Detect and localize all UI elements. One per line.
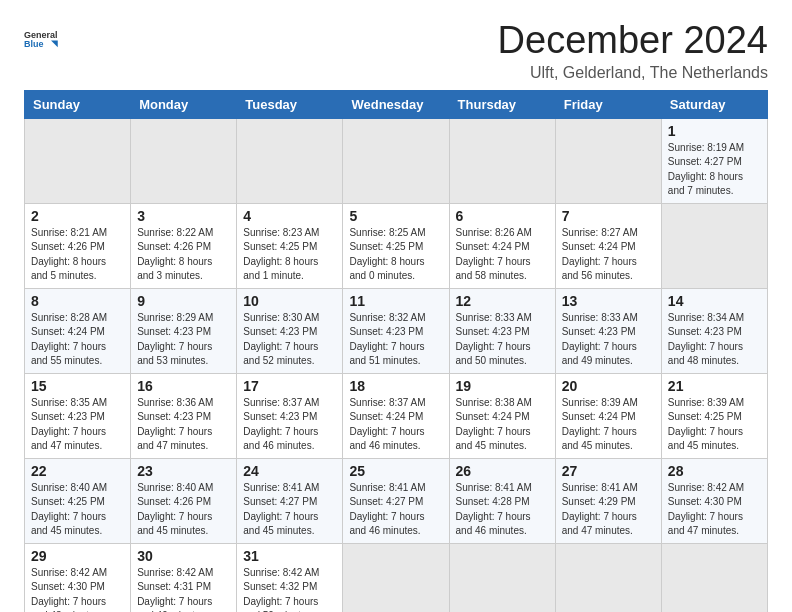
calendar-cell: 9Sunrise: 8:29 AM Sunset: 4:23 PM Daylig… bbox=[131, 288, 237, 373]
cell-info: Sunrise: 8:25 AM Sunset: 4:25 PM Dayligh… bbox=[349, 226, 442, 284]
calendar-cell: 15Sunrise: 8:35 AM Sunset: 4:23 PM Dayli… bbox=[25, 373, 131, 458]
calendar-week-row: 2Sunrise: 8:21 AM Sunset: 4:26 PM Daylig… bbox=[25, 203, 768, 288]
calendar-cell: 25Sunrise: 8:41 AM Sunset: 4:27 PM Dayli… bbox=[343, 458, 449, 543]
cell-info: Sunrise: 8:42 AM Sunset: 4:30 PM Dayligh… bbox=[668, 481, 761, 539]
calendar-cell: 4Sunrise: 8:23 AM Sunset: 4:25 PM Daylig… bbox=[237, 203, 343, 288]
calendar-body: 1Sunrise: 8:19 AM Sunset: 4:27 PM Daylig… bbox=[25, 118, 768, 612]
calendar-cell: 10Sunrise: 8:30 AM Sunset: 4:23 PM Dayli… bbox=[237, 288, 343, 373]
calendar-cell: 17Sunrise: 8:37 AM Sunset: 4:23 PM Dayli… bbox=[237, 373, 343, 458]
logo: General Blue bbox=[24, 20, 60, 56]
calendar-cell: 26Sunrise: 8:41 AM Sunset: 4:28 PM Dayli… bbox=[449, 458, 555, 543]
calendar-cell: 30Sunrise: 8:42 AM Sunset: 4:31 PM Dayli… bbox=[131, 543, 237, 612]
day-number: 7 bbox=[562, 208, 655, 224]
calendar-cell: 28Sunrise: 8:42 AM Sunset: 4:30 PM Dayli… bbox=[661, 458, 767, 543]
day-number: 6 bbox=[456, 208, 549, 224]
calendar-cell: 31Sunrise: 8:42 AM Sunset: 4:32 PM Dayli… bbox=[237, 543, 343, 612]
calendar-cell: 11Sunrise: 8:32 AM Sunset: 4:23 PM Dayli… bbox=[343, 288, 449, 373]
calendar-week-row: 29Sunrise: 8:42 AM Sunset: 4:30 PM Dayli… bbox=[25, 543, 768, 612]
calendar-cell: 19Sunrise: 8:38 AM Sunset: 4:24 PM Dayli… bbox=[449, 373, 555, 458]
calendar-cell: 18Sunrise: 8:37 AM Sunset: 4:24 PM Dayli… bbox=[343, 373, 449, 458]
calendar-week-row: 1Sunrise: 8:19 AM Sunset: 4:27 PM Daylig… bbox=[25, 118, 768, 203]
cell-info: Sunrise: 8:33 AM Sunset: 4:23 PM Dayligh… bbox=[456, 311, 549, 369]
calendar-cell: 7Sunrise: 8:27 AM Sunset: 4:24 PM Daylig… bbox=[555, 203, 661, 288]
cell-info: Sunrise: 8:42 AM Sunset: 4:32 PM Dayligh… bbox=[243, 566, 336, 612]
calendar-cell: 3Sunrise: 8:22 AM Sunset: 4:26 PM Daylig… bbox=[131, 203, 237, 288]
cell-info: Sunrise: 8:32 AM Sunset: 4:23 PM Dayligh… bbox=[349, 311, 442, 369]
day-number: 24 bbox=[243, 463, 336, 479]
day-number: 14 bbox=[668, 293, 761, 309]
cell-info: Sunrise: 8:39 AM Sunset: 4:25 PM Dayligh… bbox=[668, 396, 761, 454]
svg-text:General: General bbox=[24, 30, 58, 40]
svg-marker-2 bbox=[51, 40, 58, 47]
cell-info: Sunrise: 8:35 AM Sunset: 4:23 PM Dayligh… bbox=[31, 396, 124, 454]
day-number: 27 bbox=[562, 463, 655, 479]
cell-info: Sunrise: 8:42 AM Sunset: 4:30 PM Dayligh… bbox=[31, 566, 124, 612]
day-number: 21 bbox=[668, 378, 761, 394]
calendar-cell bbox=[343, 118, 449, 203]
cell-info: Sunrise: 8:36 AM Sunset: 4:23 PM Dayligh… bbox=[137, 396, 230, 454]
day-number: 5 bbox=[349, 208, 442, 224]
header-cell-thursday: Thursday bbox=[449, 90, 555, 118]
day-number: 1 bbox=[668, 123, 761, 139]
day-number: 31 bbox=[243, 548, 336, 564]
calendar-cell: 14Sunrise: 8:34 AM Sunset: 4:23 PM Dayli… bbox=[661, 288, 767, 373]
calendar-cell: 8Sunrise: 8:28 AM Sunset: 4:24 PM Daylig… bbox=[25, 288, 131, 373]
day-number: 4 bbox=[243, 208, 336, 224]
calendar-week-row: 15Sunrise: 8:35 AM Sunset: 4:23 PM Dayli… bbox=[25, 373, 768, 458]
cell-info: Sunrise: 8:38 AM Sunset: 4:24 PM Dayligh… bbox=[456, 396, 549, 454]
month-title: December 2024 bbox=[498, 20, 768, 62]
calendar-cell bbox=[449, 118, 555, 203]
cell-info: Sunrise: 8:40 AM Sunset: 4:26 PM Dayligh… bbox=[137, 481, 230, 539]
cell-info: Sunrise: 8:19 AM Sunset: 4:27 PM Dayligh… bbox=[668, 141, 761, 199]
header-cell-friday: Friday bbox=[555, 90, 661, 118]
header-cell-saturday: Saturday bbox=[661, 90, 767, 118]
calendar-cell: 23Sunrise: 8:40 AM Sunset: 4:26 PM Dayli… bbox=[131, 458, 237, 543]
cell-info: Sunrise: 8:39 AM Sunset: 4:24 PM Dayligh… bbox=[562, 396, 655, 454]
header-cell-monday: Monday bbox=[131, 90, 237, 118]
cell-info: Sunrise: 8:37 AM Sunset: 4:24 PM Dayligh… bbox=[349, 396, 442, 454]
cell-info: Sunrise: 8:42 AM Sunset: 4:31 PM Dayligh… bbox=[137, 566, 230, 612]
calendar-cell bbox=[555, 118, 661, 203]
day-number: 20 bbox=[562, 378, 655, 394]
cell-info: Sunrise: 8:27 AM Sunset: 4:24 PM Dayligh… bbox=[562, 226, 655, 284]
calendar-cell: 29Sunrise: 8:42 AM Sunset: 4:30 PM Dayli… bbox=[25, 543, 131, 612]
day-number: 30 bbox=[137, 548, 230, 564]
day-number: 2 bbox=[31, 208, 124, 224]
location-subtitle: Ulft, Gelderland, The Netherlands bbox=[498, 64, 768, 82]
day-number: 28 bbox=[668, 463, 761, 479]
day-number: 3 bbox=[137, 208, 230, 224]
cell-info: Sunrise: 8:41 AM Sunset: 4:28 PM Dayligh… bbox=[456, 481, 549, 539]
day-number: 23 bbox=[137, 463, 230, 479]
cell-info: Sunrise: 8:30 AM Sunset: 4:23 PM Dayligh… bbox=[243, 311, 336, 369]
calendar-cell: 20Sunrise: 8:39 AM Sunset: 4:24 PM Dayli… bbox=[555, 373, 661, 458]
calendar-cell: 16Sunrise: 8:36 AM Sunset: 4:23 PM Dayli… bbox=[131, 373, 237, 458]
day-number: 16 bbox=[137, 378, 230, 394]
cell-info: Sunrise: 8:41 AM Sunset: 4:27 PM Dayligh… bbox=[243, 481, 336, 539]
calendar-cell bbox=[237, 118, 343, 203]
header-cell-tuesday: Tuesday bbox=[237, 90, 343, 118]
cell-info: Sunrise: 8:21 AM Sunset: 4:26 PM Dayligh… bbox=[31, 226, 124, 284]
calendar-cell: 1Sunrise: 8:19 AM Sunset: 4:27 PM Daylig… bbox=[661, 118, 767, 203]
svg-text:Blue: Blue bbox=[24, 39, 44, 49]
calendar-cell: 24Sunrise: 8:41 AM Sunset: 4:27 PM Dayli… bbox=[237, 458, 343, 543]
calendar-cell: 2Sunrise: 8:21 AM Sunset: 4:26 PM Daylig… bbox=[25, 203, 131, 288]
day-number: 15 bbox=[31, 378, 124, 394]
day-number: 19 bbox=[456, 378, 549, 394]
day-number: 12 bbox=[456, 293, 549, 309]
calendar-cell bbox=[131, 118, 237, 203]
calendar-week-row: 22Sunrise: 8:40 AM Sunset: 4:25 PM Dayli… bbox=[25, 458, 768, 543]
day-number: 13 bbox=[562, 293, 655, 309]
calendar-cell: 5Sunrise: 8:25 AM Sunset: 4:25 PM Daylig… bbox=[343, 203, 449, 288]
calendar-cell bbox=[555, 543, 661, 612]
calendar-header-row: SundayMondayTuesdayWednesdayThursdayFrid… bbox=[25, 90, 768, 118]
calendar-cell bbox=[25, 118, 131, 203]
cell-info: Sunrise: 8:34 AM Sunset: 4:23 PM Dayligh… bbox=[668, 311, 761, 369]
day-number: 29 bbox=[31, 548, 124, 564]
day-number: 26 bbox=[456, 463, 549, 479]
calendar-cell bbox=[449, 543, 555, 612]
calendar-cell: 22Sunrise: 8:40 AM Sunset: 4:25 PM Dayli… bbox=[25, 458, 131, 543]
day-number: 22 bbox=[31, 463, 124, 479]
day-number: 17 bbox=[243, 378, 336, 394]
cell-info: Sunrise: 8:41 AM Sunset: 4:27 PM Dayligh… bbox=[349, 481, 442, 539]
cell-info: Sunrise: 8:28 AM Sunset: 4:24 PM Dayligh… bbox=[31, 311, 124, 369]
